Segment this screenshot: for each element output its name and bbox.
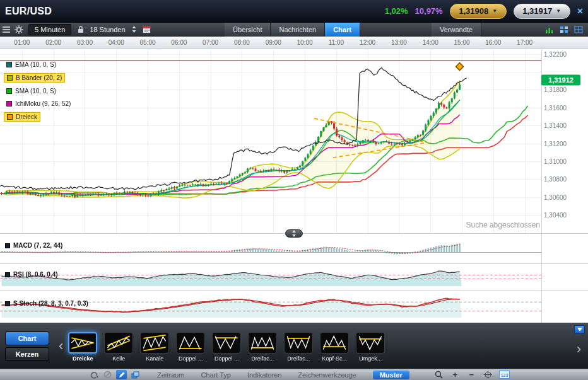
- spinner-icon[interactable]: [129, 24, 140, 35]
- range-value[interactable]: 18 Stunden: [90, 26, 125, 33]
- status-text: Suche abgeschlossen: [466, 221, 540, 229]
- time-label: 13:00: [391, 39, 407, 46]
- disable-icon[interactable]: [102, 370, 113, 379]
- symbol-title: EUR/USD: [5, 6, 52, 17]
- bottom-toolbar: ZeitraumChart TypIndikatorenZeichenwerkz…: [0, 369, 588, 380]
- undo-icon[interactable]: [88, 370, 99, 379]
- triangle-pattern-icon: [68, 332, 97, 354]
- panel-splitter-handle[interactable]: [285, 229, 303, 238]
- tab-übersicht[interactable]: Übersicht: [225, 23, 271, 37]
- double-top-pattern-icon: [176, 332, 205, 354]
- crosshair-icon[interactable]: [483, 370, 493, 379]
- pattern-tile-label: Keile: [112, 355, 125, 362]
- legend-label: SMA (10, 0, S): [15, 88, 56, 95]
- legend-item-3[interactable]: SMA (10, 0, S): [4, 87, 59, 95]
- pattern-tile-label: Doppel ...: [215, 355, 239, 362]
- price-axis-label: 1,31000: [544, 158, 567, 164]
- zoom-in-icon[interactable]: +: [450, 370, 461, 379]
- time-label: 14:00: [423, 39, 438, 46]
- pattern-tile-label: Dreifac...: [287, 355, 310, 362]
- time-label: 12:00: [360, 39, 375, 46]
- pattern-tile-triangle-pattern[interactable]: Dreicke: [68, 332, 98, 362]
- price-axis-label: 1,30600: [544, 193, 567, 200]
- grid-windows-icon[interactable]: [573, 24, 584, 35]
- macd-canvas[interactable]: [0, 233, 588, 263]
- pattern-tile-double-top-pattern[interactable]: Doppel ...: [175, 332, 206, 362]
- kerzen-mode-button[interactable]: Kerzen: [5, 347, 49, 361]
- legend-item-1[interactable]: EMA (10, 0, S): [4, 60, 59, 69]
- svg-text:123: 123: [500, 373, 508, 377]
- channel-pattern-icon: [140, 332, 169, 354]
- chart-mode-button[interactable]: Chart: [5, 331, 49, 345]
- time-label: 15:00: [454, 39, 469, 46]
- pattern-tile-double-bottom-pattern[interactable]: Doppel ...: [211, 332, 242, 362]
- legend-label: EMA (10, 0, S): [15, 61, 56, 68]
- pattern-tile-wedge-pattern[interactable]: Keile: [103, 332, 134, 362]
- menu-muster[interactable]: Muster: [373, 371, 409, 379]
- menu-zeitraum[interactable]: Zeitraum: [157, 371, 184, 379]
- price-axis-label: 1,31800: [544, 86, 567, 93]
- chevron-down-icon: ▼: [556, 8, 561, 14]
- triple-top-pattern-icon: [248, 332, 277, 354]
- zoom-out-icon[interactable]: −: [466, 370, 477, 379]
- lock-icon[interactable]: [75, 24, 86, 35]
- stoch-panel: S Stoch (28, 8, 3, 0.7, 0.3): [0, 290, 588, 323]
- legend-item-2[interactable]: B Bänder (20, 2): [4, 73, 65, 83]
- values-icon[interactable]: 123: [499, 370, 510, 379]
- calendar-icon[interactable]: [141, 24, 153, 35]
- interval-select[interactable]: 5 Minuten: [28, 24, 71, 35]
- view-tabs: ÜbersichtNachrichtenChart: [225, 23, 360, 37]
- legend-color-icon: [6, 62, 12, 67]
- scroll-right-icon[interactable]: ›: [573, 342, 584, 356]
- trading-app-window: EUR/USD 1,02% 10,97% 1,31908 ▼ 1,31917 ▼…: [0, 0, 588, 380]
- inverse-head-shoulders-pattern-icon: [356, 332, 385, 354]
- price-axis-label: 1,31600: [544, 104, 567, 111]
- change-percent-period: 10,97%: [415, 6, 443, 16]
- legend-color-icon: [7, 75, 13, 81]
- tab-verwandte[interactable]: Verwandte: [432, 23, 481, 37]
- buy-price-button[interactable]: 1,31917 ▼: [514, 4, 570, 19]
- pattern-tile-triple-top-pattern[interactable]: Dreifac...: [247, 332, 278, 362]
- main-chart-area[interactable]: EMA (10, 0, S)B Bänder (20, 2)SMA (10, 0…: [0, 49, 588, 233]
- tab-chart[interactable]: Chart: [325, 23, 360, 37]
- rsi-chip-icon: [5, 272, 10, 277]
- tab-nachrichten[interactable]: Nachrichten: [271, 23, 325, 37]
- layers-icon[interactable]: [130, 370, 141, 379]
- gear-icon[interactable]: [13, 24, 25, 35]
- close-icon[interactable]: ×: [577, 6, 583, 16]
- stoch-chip-icon: [5, 301, 10, 306]
- pattern-tile-channel-pattern[interactable]: Kanäle: [139, 332, 170, 362]
- menu-chart-typ[interactable]: Chart Typ: [201, 371, 231, 379]
- legend-item-5[interactable]: Dreieck: [4, 112, 40, 122]
- buy-price-value: 1,31917: [522, 6, 552, 16]
- price-axis-label: 1,31400: [544, 122, 567, 129]
- rsi-canvas[interactable]: [0, 263, 588, 290]
- menu-indikatoren[interactable]: Indikatoren: [247, 371, 281, 379]
- legend-item-4[interactable]: IchiMoku (9, 26, 52): [4, 100, 73, 108]
- sell-price-button[interactable]: 1,31908 ▼: [450, 4, 507, 19]
- head-shoulders-pattern-icon: [320, 332, 349, 354]
- price-chart-canvas[interactable]: [0, 49, 588, 233]
- list-icon[interactable]: [1, 24, 12, 35]
- tile-windows-icon[interactable]: [558, 24, 570, 35]
- pattern-tile-label: Kopf-Sc...: [322, 355, 348, 362]
- menu-zeichenwerkzeuge[interactable]: Zeichenwerkzeuge: [298, 371, 356, 379]
- sell-price-value: 1,31908: [459, 6, 488, 16]
- price-axis-label: 1,30400: [544, 211, 567, 218]
- legend-label: Dreieck: [16, 113, 37, 120]
- macd-panel: MACD (7, 22, 44): [0, 233, 588, 263]
- time-label: 05:00: [140, 39, 156, 46]
- pattern-tile-head-shoulders-pattern[interactable]: Kopf-Sc...: [319, 332, 350, 362]
- time-label: 06:00: [171, 39, 187, 46]
- pattern-tile-inverse-head-shoulders-pattern[interactable]: Umgek...: [355, 332, 385, 362]
- price-axis-label: 1,31200: [544, 140, 567, 147]
- collapse-down-icon[interactable]: [574, 325, 585, 334]
- legend-color-icon: [6, 101, 12, 107]
- scroll-left-icon[interactable]: ‹: [56, 339, 66, 353]
- mini-chart-icon[interactable]: [544, 24, 555, 35]
- pattern-tile-triple-bottom-pattern[interactable]: Dreifac...: [283, 332, 314, 362]
- pencil-icon[interactable]: [116, 370, 127, 379]
- time-label: 02:00: [45, 39, 61, 46]
- zoom-icon[interactable]: [433, 370, 444, 379]
- pattern-tile-label: Doppel ...: [179, 355, 203, 362]
